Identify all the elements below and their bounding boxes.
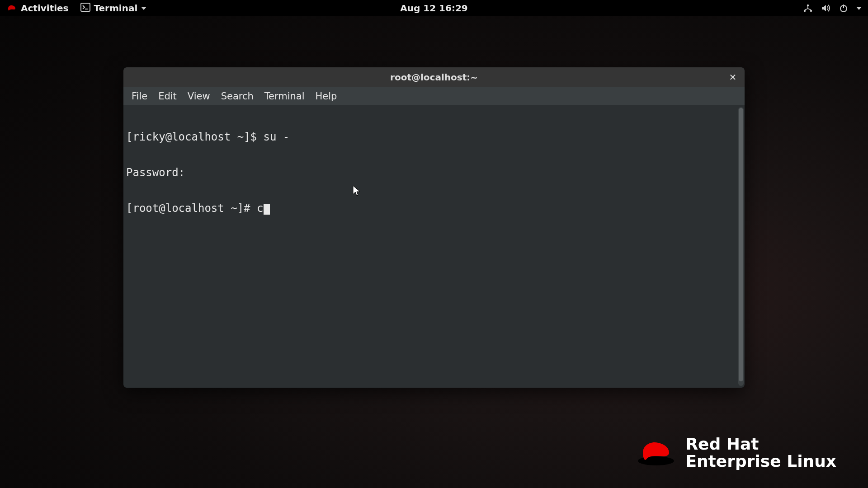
current-app-label: Terminal <box>94 3 138 14</box>
menu-file[interactable]: File <box>132 91 147 102</box>
gnome-topbar: Activities Terminal Aug 12 16:29 <box>0 0 868 16</box>
terminal-line: [root@localhost ~]# c <box>126 202 736 215</box>
clock-label: Aug 12 16:29 <box>400 3 467 14</box>
activities-button[interactable]: Activities <box>6 3 69 14</box>
svg-point-4 <box>810 10 812 12</box>
svg-rect-0 <box>81 3 90 11</box>
menu-view[interactable]: View <box>188 91 210 102</box>
menu-search[interactable]: Search <box>221 91 254 102</box>
terminal-cursor <box>264 204 270 215</box>
power-icon[interactable] <box>839 4 848 13</box>
menu-help[interactable]: Help <box>316 91 337 102</box>
chevron-down-icon <box>141 7 146 10</box>
svg-point-3 <box>804 10 806 12</box>
menu-edit[interactable]: Edit <box>158 91 177 102</box>
activities-label: Activities <box>21 3 69 14</box>
brand-line2: Enterprise Linux <box>685 453 836 470</box>
volume-icon[interactable] <box>821 4 831 13</box>
svg-point-7 <box>638 456 674 465</box>
redhat-logo-icon <box>6 4 17 13</box>
redhat-brand: Red Hat Enterprise Linux <box>637 436 836 470</box>
terminal-menubar: File Edit View Search Terminal Help <box>123 87 745 105</box>
clock[interactable]: Aug 12 16:29 <box>400 3 467 14</box>
terminal-body: [ricky@localhost ~]$ su - Password: [roo… <box>123 105 745 388</box>
terminal-line: [ricky@localhost ~]$ su - <box>126 131 736 143</box>
brand-line1: Red Hat <box>685 436 836 453</box>
close-icon: ✕ <box>729 72 737 83</box>
system-menu-chevron[interactable] <box>856 7 862 10</box>
window-titlebar[interactable]: root@localhost:~ ✕ <box>123 67 745 87</box>
redhat-brand-text: Red Hat Enterprise Linux <box>685 436 836 470</box>
terminal-icon <box>80 3 90 14</box>
svg-point-2 <box>807 5 809 6</box>
terminal-scrollbar[interactable] <box>738 107 744 386</box>
current-app-indicator[interactable]: Terminal <box>80 3 147 14</box>
menu-terminal[interactable]: Terminal <box>264 91 305 102</box>
network-status-icon[interactable] <box>803 4 813 13</box>
chevron-down-icon <box>856 7 862 10</box>
scrollbar-thumb[interactable] <box>739 108 743 381</box>
redhat-fedora-icon <box>637 437 675 468</box>
terminal-window: root@localhost:~ ✕ File Edit View Search… <box>123 67 745 388</box>
window-title: root@localhost:~ <box>390 72 478 83</box>
terminal-line: Password: <box>126 167 736 178</box>
window-close-button[interactable]: ✕ <box>726 71 739 84</box>
terminal-content[interactable]: [ricky@localhost ~]$ su - Password: [roo… <box>123 105 738 388</box>
